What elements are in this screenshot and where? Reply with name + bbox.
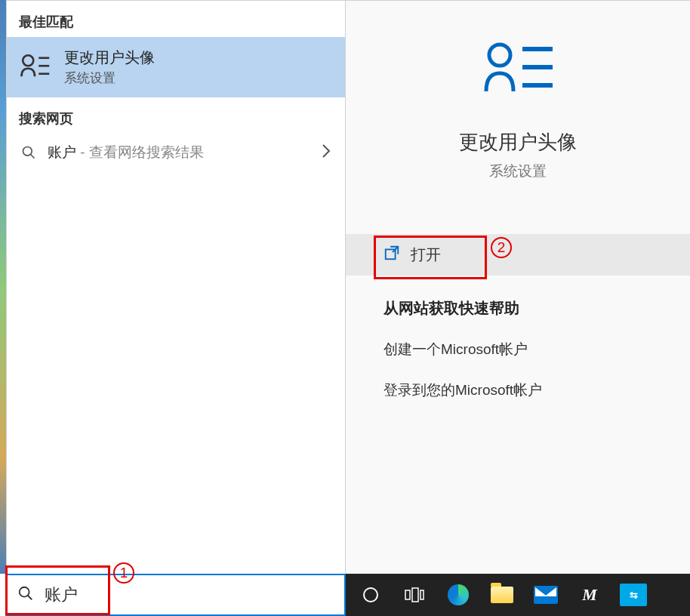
best-match-subtitle: 系统设置 bbox=[64, 69, 155, 87]
help-link-create-account[interactable]: 创建一个Microsoft帐户 bbox=[384, 340, 652, 359]
best-match-header: 最佳匹配 bbox=[7, 1, 345, 37]
search-input[interactable] bbox=[45, 585, 334, 605]
svg-line-12 bbox=[28, 596, 32, 600]
svg-point-0 bbox=[23, 55, 33, 66]
svg-rect-14 bbox=[405, 590, 410, 599]
edge-browser-icon[interactable] bbox=[439, 577, 477, 613]
svg-point-4 bbox=[23, 147, 32, 156]
svg-rect-16 bbox=[420, 590, 424, 599]
app-m-icon[interactable]: M bbox=[571, 577, 608, 613]
detail-icon bbox=[346, 1, 690, 99]
svg-rect-15 bbox=[412, 588, 418, 602]
search-icon bbox=[20, 145, 37, 160]
taskbar-search-box[interactable] bbox=[5, 574, 346, 616]
svg-point-13 bbox=[364, 588, 377, 602]
file-explorer-icon[interactable] bbox=[483, 577, 521, 613]
web-result-term: 账户 bbox=[48, 144, 76, 160]
cortana-icon[interactable] bbox=[352, 577, 390, 613]
desktop-edge bbox=[0, 0, 6, 574]
app-tile-icon[interactable]: ⇆ bbox=[615, 577, 652, 613]
svg-point-11 bbox=[20, 587, 29, 597]
help-heading: 从网站获取快速帮助 bbox=[384, 298, 652, 319]
chevron-right-icon[interactable] bbox=[321, 143, 331, 162]
search-results-panel: 最佳匹配 更改用户头像 系统设置 搜索网页 账户 - 查看网络搜索结果 bbox=[6, 0, 346, 574]
web-search-header: 搜索网页 bbox=[7, 97, 345, 134]
web-search-result[interactable]: 账户 - 查看网络搜索结果 bbox=[7, 134, 345, 171]
detail-panel: 更改用户头像 系统设置 打开 从网站获取快速帮助 创建一个Microsoft帐户… bbox=[346, 0, 690, 574]
web-result-suffix: - 查看网络搜索结果 bbox=[76, 144, 204, 160]
mail-icon[interactable] bbox=[527, 577, 565, 613]
help-section: 从网站获取快速帮助 创建一个Microsoft帐户 登录到您的Microsoft… bbox=[346, 276, 690, 444]
detail-subtitle: 系统设置 bbox=[346, 162, 690, 181]
open-external-icon bbox=[384, 245, 400, 265]
open-button[interactable]: 打开 bbox=[346, 234, 690, 276]
help-link-signin-account[interactable]: 登录到您的Microsoft帐户 bbox=[384, 380, 652, 400]
svg-line-5 bbox=[31, 155, 35, 159]
open-label: 打开 bbox=[411, 245, 441, 265]
task-view-icon[interactable] bbox=[396, 577, 433, 613]
best-match-result[interactable]: 更改用户头像 系统设置 bbox=[7, 37, 345, 97]
best-match-title: 更改用户头像 bbox=[64, 48, 155, 68]
taskbar: M ⇆ bbox=[346, 574, 690, 616]
svg-point-6 bbox=[489, 45, 510, 66]
detail-title: 更改用户头像 bbox=[346, 129, 690, 156]
web-result-text: 账户 - 查看网络搜索结果 bbox=[48, 143, 310, 162]
search-icon bbox=[17, 585, 34, 605]
user-list-icon bbox=[19, 51, 51, 83]
